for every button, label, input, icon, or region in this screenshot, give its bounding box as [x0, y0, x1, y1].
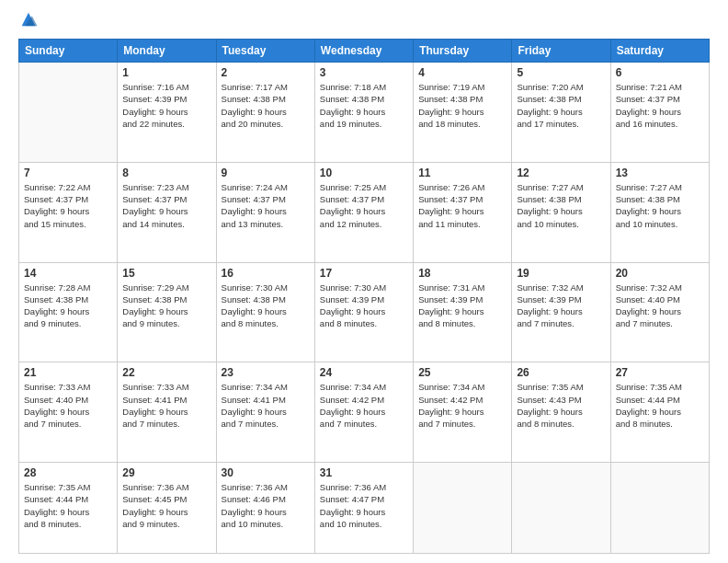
- day-number: 6: [616, 66, 704, 79]
- calendar-cell: 18Sunrise: 7:31 AM Sunset: 4:39 PM Dayli…: [414, 262, 512, 362]
- header: [18, 17, 710, 29]
- calendar-cell: 11Sunrise: 7:26 AM Sunset: 4:37 PM Dayli…: [414, 162, 512, 262]
- day-number: 5: [517, 66, 605, 79]
- header-sunday: Sunday: [19, 40, 118, 63]
- day-number: 26: [517, 366, 605, 379]
- day-number: 16: [222, 267, 310, 280]
- header-saturday: Saturday: [610, 40, 709, 63]
- day-info: Sunrise: 7:27 AM Sunset: 4:38 PM Dayligh…: [616, 181, 704, 230]
- day-info: Sunrise: 7:32 AM Sunset: 4:40 PM Dayligh…: [616, 282, 704, 330]
- day-info: Sunrise: 7:26 AM Sunset: 4:37 PM Dayligh…: [418, 181, 506, 230]
- calendar-week-row: 1Sunrise: 7:16 AM Sunset: 4:39 PM Daylig…: [19, 63, 710, 163]
- day-info: Sunrise: 7:35 AM Sunset: 4:44 PM Dayligh…: [616, 381, 704, 430]
- day-info: Sunrise: 7:30 AM Sunset: 4:39 PM Dayligh…: [320, 282, 408, 330]
- day-number: 19: [517, 267, 605, 280]
- day-number: 3: [320, 66, 408, 79]
- calendar-cell: 20Sunrise: 7:32 AM Sunset: 4:40 PM Dayli…: [610, 262, 709, 362]
- day-number: 23: [222, 366, 310, 379]
- day-number: 1: [122, 66, 210, 79]
- calendar-cell: 15Sunrise: 7:29 AM Sunset: 4:38 PM Dayli…: [118, 262, 216, 362]
- day-info: Sunrise: 7:36 AM Sunset: 4:47 PM Dayligh…: [320, 481, 408, 530]
- calendar-cell: 29Sunrise: 7:36 AM Sunset: 4:45 PM Dayli…: [118, 463, 216, 554]
- day-info: Sunrise: 7:35 AM Sunset: 4:43 PM Dayligh…: [517, 381, 605, 430]
- day-info: Sunrise: 7:23 AM Sunset: 4:37 PM Dayligh…: [122, 181, 210, 230]
- day-info: Sunrise: 7:22 AM Sunset: 4:37 PM Dayligh…: [24, 181, 112, 230]
- day-info: Sunrise: 7:35 AM Sunset: 4:44 PM Dayligh…: [24, 481, 112, 530]
- calendar-cell: 4Sunrise: 7:19 AM Sunset: 4:38 PM Daylig…: [414, 63, 512, 163]
- day-number: 12: [517, 167, 605, 179]
- calendar-cell: 2Sunrise: 7:17 AM Sunset: 4:38 PM Daylig…: [216, 63, 314, 163]
- day-info: Sunrise: 7:21 AM Sunset: 4:37 PM Dayligh…: [616, 81, 704, 130]
- day-info: Sunrise: 7:19 AM Sunset: 4:38 PM Dayligh…: [418, 81, 506, 130]
- day-info: Sunrise: 7:36 AM Sunset: 4:45 PM Dayligh…: [122, 481, 210, 530]
- day-number: 25: [418, 366, 506, 379]
- day-info: Sunrise: 7:24 AM Sunset: 4:37 PM Dayligh…: [222, 181, 310, 230]
- day-info: Sunrise: 7:30 AM Sunset: 4:38 PM Dayligh…: [222, 282, 310, 330]
- calendar-cell: 14Sunrise: 7:28 AM Sunset: 4:38 PM Dayli…: [19, 262, 118, 362]
- day-number: 11: [418, 167, 506, 179]
- calendar-cell: [512, 463, 610, 554]
- day-number: 20: [616, 267, 704, 280]
- day-info: Sunrise: 7:25 AM Sunset: 4:37 PM Dayligh…: [320, 181, 408, 230]
- day-number: 28: [24, 466, 112, 479]
- calendar-cell: 22Sunrise: 7:33 AM Sunset: 4:41 PM Dayli…: [118, 362, 216, 463]
- header-tuesday: Tuesday: [216, 40, 314, 63]
- day-number: 22: [122, 366, 210, 379]
- day-number: 9: [222, 167, 310, 179]
- day-info: Sunrise: 7:34 AM Sunset: 4:42 PM Dayligh…: [320, 381, 408, 430]
- day-info: Sunrise: 7:16 AM Sunset: 4:39 PM Dayligh…: [122, 81, 210, 130]
- calendar-cell: 13Sunrise: 7:27 AM Sunset: 4:38 PM Dayli…: [610, 162, 709, 262]
- calendar-cell: 1Sunrise: 7:16 AM Sunset: 4:39 PM Daylig…: [118, 63, 216, 163]
- calendar-week-row: 21Sunrise: 7:33 AM Sunset: 4:40 PM Dayli…: [19, 362, 710, 463]
- day-info: Sunrise: 7:28 AM Sunset: 4:38 PM Dayligh…: [24, 282, 112, 330]
- header-friday: Friday: [512, 40, 610, 63]
- calendar-cell: 26Sunrise: 7:35 AM Sunset: 4:43 PM Dayli…: [512, 362, 610, 463]
- calendar-cell: 17Sunrise: 7:30 AM Sunset: 4:39 PM Dayli…: [314, 262, 413, 362]
- day-number: 27: [616, 366, 704, 379]
- day-info: Sunrise: 7:17 AM Sunset: 4:38 PM Dayligh…: [222, 81, 310, 130]
- day-number: 13: [616, 167, 704, 179]
- calendar-week-row: 7Sunrise: 7:22 AM Sunset: 4:37 PM Daylig…: [19, 162, 710, 262]
- calendar-cell: 28Sunrise: 7:35 AM Sunset: 4:44 PM Dayli…: [19, 463, 118, 554]
- header-wednesday: Wednesday: [314, 40, 413, 63]
- day-number: 29: [122, 466, 210, 479]
- day-info: Sunrise: 7:33 AM Sunset: 4:40 PM Dayligh…: [24, 381, 112, 430]
- calendar-cell: 9Sunrise: 7:24 AM Sunset: 4:37 PM Daylig…: [216, 162, 314, 262]
- calendar-cell: 7Sunrise: 7:22 AM Sunset: 4:37 PM Daylig…: [19, 162, 118, 262]
- calendar-cell: 30Sunrise: 7:36 AM Sunset: 4:46 PM Dayli…: [216, 463, 314, 554]
- calendar-cell: 31Sunrise: 7:36 AM Sunset: 4:47 PM Dayli…: [314, 463, 413, 554]
- header-thursday: Thursday: [414, 40, 512, 63]
- calendar-cell: [414, 463, 512, 554]
- day-number: 18: [418, 267, 506, 280]
- day-number: 4: [418, 66, 506, 79]
- day-info: Sunrise: 7:34 AM Sunset: 4:42 PM Dayligh…: [418, 381, 506, 430]
- calendar-week-row: 14Sunrise: 7:28 AM Sunset: 4:38 PM Dayli…: [19, 262, 710, 362]
- calendar-cell: [19, 63, 118, 163]
- day-info: Sunrise: 7:33 AM Sunset: 4:41 PM Dayligh…: [122, 381, 210, 430]
- logo: [18, 17, 42, 29]
- day-number: 7: [24, 167, 112, 179]
- calendar-cell: 27Sunrise: 7:35 AM Sunset: 4:44 PM Dayli…: [610, 362, 709, 463]
- day-number: 10: [320, 167, 408, 179]
- page: Sunday Monday Tuesday Wednesday Thursday…: [0, 0, 728, 563]
- day-number: 14: [24, 267, 112, 280]
- calendar-cell: 25Sunrise: 7:34 AM Sunset: 4:42 PM Dayli…: [414, 362, 512, 463]
- day-info: Sunrise: 7:36 AM Sunset: 4:46 PM Dayligh…: [222, 481, 310, 530]
- calendar-cell: 21Sunrise: 7:33 AM Sunset: 4:40 PM Dayli…: [19, 362, 118, 463]
- day-number: 8: [122, 167, 210, 179]
- calendar-cell: 23Sunrise: 7:34 AM Sunset: 4:41 PM Dayli…: [216, 362, 314, 463]
- day-info: Sunrise: 7:31 AM Sunset: 4:39 PM Dayligh…: [418, 282, 506, 330]
- day-number: 31: [320, 466, 408, 479]
- day-info: Sunrise: 7:34 AM Sunset: 4:41 PM Dayligh…: [222, 381, 310, 430]
- calendar-cell: 19Sunrise: 7:32 AM Sunset: 4:39 PM Dayli…: [512, 262, 610, 362]
- header-monday: Monday: [118, 40, 216, 63]
- day-info: Sunrise: 7:20 AM Sunset: 4:38 PM Dayligh…: [517, 81, 605, 130]
- day-number: 30: [222, 466, 310, 479]
- calendar-cell: 8Sunrise: 7:23 AM Sunset: 4:37 PM Daylig…: [118, 162, 216, 262]
- day-number: 2: [222, 66, 310, 79]
- calendar-cell: 16Sunrise: 7:30 AM Sunset: 4:38 PM Dayli…: [216, 262, 314, 362]
- day-number: 24: [320, 366, 408, 379]
- day-info: Sunrise: 7:32 AM Sunset: 4:39 PM Dayligh…: [517, 282, 605, 330]
- calendar-cell: 24Sunrise: 7:34 AM Sunset: 4:42 PM Dayli…: [314, 362, 413, 463]
- calendar-cell: 6Sunrise: 7:21 AM Sunset: 4:37 PM Daylig…: [610, 63, 709, 163]
